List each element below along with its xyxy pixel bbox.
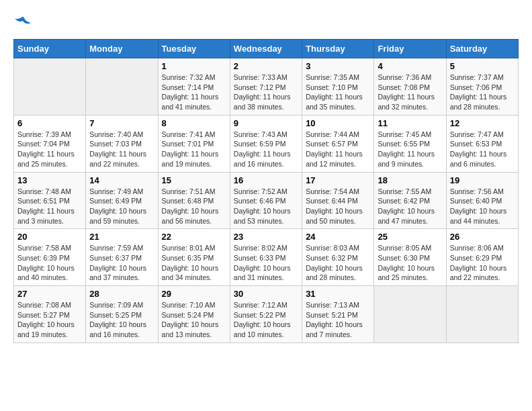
calendar-cell: 27Sunrise: 7:08 AMSunset: 5:27 PMDayligh… <box>14 286 86 343</box>
day-number: 21 <box>89 232 154 242</box>
day-number: 12 <box>450 118 515 128</box>
calendar-cell: 30Sunrise: 7:12 AMSunset: 5:22 PMDayligh… <box>230 286 302 343</box>
calendar-cell: 17Sunrise: 7:54 AMSunset: 6:44 PMDayligh… <box>302 172 374 229</box>
day-detail: Sunrise: 7:41 AMSunset: 7:01 PMDaylight:… <box>162 130 226 169</box>
weekday-header-monday: Monday <box>86 40 158 58</box>
calendar-cell <box>446 286 518 343</box>
day-detail: Sunrise: 7:37 AMSunset: 7:06 PMDaylight:… <box>450 73 515 112</box>
weekday-header-friday: Friday <box>374 40 446 58</box>
calendar-cell <box>374 286 446 343</box>
day-number: 7 <box>89 118 154 128</box>
calendar-cell: 28Sunrise: 7:09 AMSunset: 5:25 PMDayligh… <box>86 286 158 343</box>
day-number: 11 <box>378 118 442 128</box>
day-detail: Sunrise: 7:48 AMSunset: 6:51 PMDaylight:… <box>17 187 82 226</box>
day-number: 26 <box>450 232 515 242</box>
day-detail: Sunrise: 7:32 AMSunset: 7:14 PMDaylight:… <box>162 73 226 112</box>
calendar-cell: 2Sunrise: 7:33 AMSunset: 7:12 PMDaylight… <box>230 58 302 116</box>
calendar-week-row: 20Sunrise: 7:58 AMSunset: 6:39 PMDayligh… <box>14 229 519 286</box>
day-number: 1 <box>162 61 226 71</box>
day-number: 8 <box>162 118 226 128</box>
day-detail: Sunrise: 8:06 AMSunset: 6:29 PMDaylight:… <box>450 243 515 283</box>
day-detail: Sunrise: 8:02 AMSunset: 6:33 PMDaylight:… <box>234 243 298 283</box>
day-number: 31 <box>306 289 370 299</box>
calendar-cell <box>14 58 86 116</box>
day-number: 13 <box>17 175 82 185</box>
day-number: 10 <box>306 118 370 128</box>
calendar-cell: 26Sunrise: 8:06 AMSunset: 6:29 PMDayligh… <box>446 229 518 286</box>
weekday-header-thursday: Thursday <box>302 40 374 58</box>
logo <box>13 13 35 32</box>
day-detail: Sunrise: 7:56 AMSunset: 6:40 PMDaylight:… <box>450 187 515 226</box>
calendar-week-row: 13Sunrise: 7:48 AMSunset: 6:51 PMDayligh… <box>14 172 519 229</box>
day-detail: Sunrise: 8:03 AMSunset: 6:32 PMDaylight:… <box>306 243 370 283</box>
calendar-cell: 6Sunrise: 7:39 AMSunset: 7:04 PMDaylight… <box>14 115 86 172</box>
day-detail: Sunrise: 7:13 AMSunset: 5:21 PMDaylight:… <box>306 300 370 340</box>
calendar-cell: 14Sunrise: 7:49 AMSunset: 6:49 PMDayligh… <box>86 172 158 229</box>
day-number: 23 <box>234 232 298 242</box>
calendar-table: SundayMondayTuesdayWednesdayThursdayFrid… <box>13 39 519 343</box>
weekday-header-saturday: Saturday <box>446 40 518 58</box>
calendar-cell <box>86 58 158 116</box>
day-detail: Sunrise: 7:43 AMSunset: 6:59 PMDaylight:… <box>234 130 298 169</box>
calendar-body: 1Sunrise: 7:32 AMSunset: 7:14 PMDaylight… <box>14 58 519 343</box>
calendar-cell: 1Sunrise: 7:32 AMSunset: 7:14 PMDaylight… <box>158 58 230 116</box>
day-detail: Sunrise: 7:10 AMSunset: 5:24 PMDaylight:… <box>162 300 226 340</box>
day-detail: Sunrise: 7:49 AMSunset: 6:49 PMDaylight:… <box>89 187 154 226</box>
calendar-cell: 12Sunrise: 7:47 AMSunset: 6:53 PMDayligh… <box>446 115 518 172</box>
day-number: 25 <box>378 232 442 242</box>
day-number: 6 <box>17 118 82 128</box>
day-detail: Sunrise: 7:47 AMSunset: 6:53 PMDaylight:… <box>450 130 515 169</box>
calendar-week-row: 1Sunrise: 7:32 AMSunset: 7:14 PMDaylight… <box>14 58 519 116</box>
day-number: 24 <box>306 232 370 242</box>
calendar-cell: 9Sunrise: 7:43 AMSunset: 6:59 PMDaylight… <box>230 115 302 172</box>
calendar-cell: 21Sunrise: 7:59 AMSunset: 6:37 PMDayligh… <box>86 229 158 286</box>
calendar-cell: 20Sunrise: 7:58 AMSunset: 6:39 PMDayligh… <box>14 229 86 286</box>
weekday-header-wednesday: Wednesday <box>230 40 302 58</box>
calendar-cell: 8Sunrise: 7:41 AMSunset: 7:01 PMDaylight… <box>158 115 230 172</box>
day-detail: Sunrise: 7:09 AMSunset: 5:25 PMDaylight:… <box>89 300 154 340</box>
calendar-cell: 24Sunrise: 8:03 AMSunset: 6:32 PMDayligh… <box>302 229 374 286</box>
day-number: 17 <box>306 175 370 185</box>
day-number: 4 <box>378 61 442 71</box>
calendar-cell: 25Sunrise: 8:05 AMSunset: 6:30 PMDayligh… <box>374 229 446 286</box>
weekday-row: SundayMondayTuesdayWednesdayThursdayFrid… <box>14 40 519 58</box>
calendar-cell: 18Sunrise: 7:55 AMSunset: 6:42 PMDayligh… <box>374 172 446 229</box>
day-number: 29 <box>162 289 226 299</box>
calendar-header: SundayMondayTuesdayWednesdayThursdayFrid… <box>14 40 519 58</box>
day-number: 20 <box>17 232 82 242</box>
day-detail: Sunrise: 7:44 AMSunset: 6:57 PMDaylight:… <box>306 130 370 169</box>
day-number: 27 <box>17 289 82 299</box>
calendar-cell: 19Sunrise: 7:56 AMSunset: 6:40 PMDayligh… <box>446 172 518 229</box>
calendar-cell: 31Sunrise: 7:13 AMSunset: 5:21 PMDayligh… <box>302 286 374 343</box>
calendar-cell: 11Sunrise: 7:45 AMSunset: 6:55 PMDayligh… <box>374 115 446 172</box>
day-number: 3 <box>306 61 370 71</box>
day-detail: Sunrise: 7:33 AMSunset: 7:12 PMDaylight:… <box>234 73 298 112</box>
calendar-cell: 13Sunrise: 7:48 AMSunset: 6:51 PMDayligh… <box>14 172 86 229</box>
calendar-cell: 4Sunrise: 7:36 AMSunset: 7:08 PMDaylight… <box>374 58 446 116</box>
calendar-cell: 10Sunrise: 7:44 AMSunset: 6:57 PMDayligh… <box>302 115 374 172</box>
day-detail: Sunrise: 7:36 AMSunset: 7:08 PMDaylight:… <box>378 73 442 112</box>
weekday-header-sunday: Sunday <box>14 40 86 58</box>
day-number: 18 <box>378 175 442 185</box>
day-detail: Sunrise: 8:05 AMSunset: 6:30 PMDaylight:… <box>378 243 442 283</box>
day-number: 19 <box>450 175 515 185</box>
calendar-cell: 29Sunrise: 7:10 AMSunset: 5:24 PMDayligh… <box>158 286 230 343</box>
day-number: 15 <box>162 175 226 185</box>
day-detail: Sunrise: 7:58 AMSunset: 6:39 PMDaylight:… <box>17 243 82 283</box>
day-number: 9 <box>234 118 298 128</box>
weekday-header-tuesday: Tuesday <box>158 40 230 58</box>
calendar-cell: 7Sunrise: 7:40 AMSunset: 7:03 PMDaylight… <box>86 115 158 172</box>
calendar-week-row: 27Sunrise: 7:08 AMSunset: 5:27 PMDayligh… <box>14 286 519 343</box>
day-detail: Sunrise: 7:08 AMSunset: 5:27 PMDaylight:… <box>17 300 82 340</box>
day-detail: Sunrise: 7:40 AMSunset: 7:03 PMDaylight:… <box>89 130 154 169</box>
day-detail: Sunrise: 7:45 AMSunset: 6:55 PMDaylight:… <box>378 130 442 169</box>
logo-bird-icon <box>13 13 32 32</box>
page-header <box>13 13 519 32</box>
calendar-cell: 22Sunrise: 8:01 AMSunset: 6:35 PMDayligh… <box>158 229 230 286</box>
day-number: 2 <box>234 61 298 71</box>
day-detail: Sunrise: 8:01 AMSunset: 6:35 PMDaylight:… <box>162 243 226 283</box>
day-detail: Sunrise: 7:54 AMSunset: 6:44 PMDaylight:… <box>306 187 370 226</box>
day-number: 22 <box>162 232 226 242</box>
day-detail: Sunrise: 7:35 AMSunset: 7:10 PMDaylight:… <box>306 73 370 112</box>
day-detail: Sunrise: 7:55 AMSunset: 6:42 PMDaylight:… <box>378 187 442 226</box>
